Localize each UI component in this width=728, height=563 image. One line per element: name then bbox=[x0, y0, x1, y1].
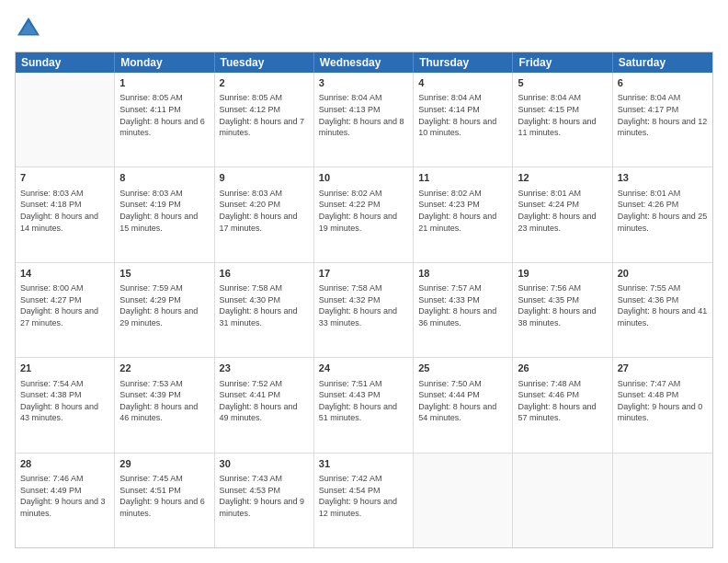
day-number: 23 bbox=[220, 362, 309, 375]
calendar-cell: 22Sunrise: 7:53 AM Sunset: 4:39 PM Dayli… bbox=[115, 358, 214, 452]
calendar-cell: 25Sunrise: 7:50 AM Sunset: 4:44 PM Dayli… bbox=[414, 358, 513, 452]
day-info: Sunrise: 8:02 AM Sunset: 4:23 PM Dayligh… bbox=[418, 188, 507, 234]
calendar-cell: 30Sunrise: 7:43 AM Sunset: 4:53 PM Dayli… bbox=[215, 454, 314, 547]
day-number: 25 bbox=[418, 362, 507, 375]
day-number: 16 bbox=[220, 267, 309, 281]
calendar-cell: 24Sunrise: 7:51 AM Sunset: 4:43 PM Dayli… bbox=[314, 358, 414, 452]
calendar-cell bbox=[16, 73, 115, 167]
calendar-cell: 10Sunrise: 8:02 AM Sunset: 4:22 PM Dayli… bbox=[314, 167, 414, 261]
weekday-header-tuesday: Tuesday bbox=[215, 52, 314, 73]
day-number: 12 bbox=[518, 171, 607, 185]
day-info: Sunrise: 8:03 AM Sunset: 4:18 PM Dayligh… bbox=[20, 188, 109, 234]
day-info: Sunrise: 8:04 AM Sunset: 4:15 PM Dayligh… bbox=[518, 92, 607, 138]
calendar-cell bbox=[414, 454, 513, 547]
logo-icon bbox=[15, 15, 42, 42]
weekday-header-wednesday: Wednesday bbox=[314, 52, 414, 73]
day-info: Sunrise: 8:04 AM Sunset: 4:17 PM Dayligh… bbox=[618, 92, 708, 138]
calendar-cell: 15Sunrise: 7:59 AM Sunset: 4:29 PM Dayli… bbox=[115, 263, 214, 357]
calendar-row-2: 14Sunrise: 8:00 AM Sunset: 4:27 PM Dayli… bbox=[16, 263, 712, 358]
calendar-cell: 16Sunrise: 7:58 AM Sunset: 4:30 PM Dayli… bbox=[215, 263, 314, 357]
day-number: 27 bbox=[618, 362, 708, 375]
calendar-cell: 26Sunrise: 7:48 AM Sunset: 4:46 PM Dayli… bbox=[513, 358, 612, 452]
calendar-cell: 18Sunrise: 7:57 AM Sunset: 4:33 PM Dayli… bbox=[414, 263, 513, 357]
day-info: Sunrise: 7:47 AM Sunset: 4:48 PM Dayligh… bbox=[618, 378, 708, 424]
day-number: 13 bbox=[618, 171, 708, 185]
weekday-header-monday: Monday bbox=[115, 52, 214, 73]
day-info: Sunrise: 8:01 AM Sunset: 4:26 PM Dayligh… bbox=[618, 188, 708, 234]
day-info: Sunrise: 7:46 AM Sunset: 4:49 PM Dayligh… bbox=[20, 473, 109, 519]
day-info: Sunrise: 7:50 AM Sunset: 4:44 PM Dayligh… bbox=[418, 378, 507, 424]
day-number: 1 bbox=[119, 76, 209, 90]
day-info: Sunrise: 8:03 AM Sunset: 4:20 PM Dayligh… bbox=[220, 188, 309, 234]
day-number: 17 bbox=[319, 267, 408, 281]
day-number: 22 bbox=[119, 362, 209, 375]
calendar-cell bbox=[513, 454, 612, 547]
day-info: Sunrise: 7:58 AM Sunset: 4:32 PM Dayligh… bbox=[319, 282, 408, 328]
day-info: Sunrise: 8:04 AM Sunset: 4:14 PM Dayligh… bbox=[418, 92, 507, 138]
day-number: 8 bbox=[119, 171, 209, 185]
day-info: Sunrise: 8:05 AM Sunset: 4:11 PM Dayligh… bbox=[119, 92, 209, 138]
calendar-cell: 21Sunrise: 7:54 AM Sunset: 4:38 PM Dayli… bbox=[16, 358, 115, 452]
calendar-cell: 31Sunrise: 7:42 AM Sunset: 4:54 PM Dayli… bbox=[314, 454, 414, 547]
day-number: 28 bbox=[20, 457, 109, 471]
day-info: Sunrise: 8:00 AM Sunset: 4:27 PM Dayligh… bbox=[20, 282, 109, 328]
calendar-cell: 12Sunrise: 8:01 AM Sunset: 4:24 PM Dayli… bbox=[513, 167, 612, 261]
calendar-cell: 8Sunrise: 8:03 AM Sunset: 4:19 PM Daylig… bbox=[115, 167, 214, 261]
day-number: 19 bbox=[518, 267, 607, 281]
calendar-cell: 29Sunrise: 7:45 AM Sunset: 4:51 PM Dayli… bbox=[115, 454, 214, 547]
logo bbox=[15, 15, 46, 42]
calendar-row-0: 1Sunrise: 8:05 AM Sunset: 4:11 PM Daylig… bbox=[16, 73, 712, 167]
day-info: Sunrise: 8:05 AM Sunset: 4:12 PM Dayligh… bbox=[220, 92, 309, 138]
calendar-cell: 3Sunrise: 8:04 AM Sunset: 4:13 PM Daylig… bbox=[314, 73, 414, 167]
calendar-row-1: 7Sunrise: 8:03 AM Sunset: 4:18 PM Daylig… bbox=[16, 167, 712, 262]
calendar-cell: 1Sunrise: 8:05 AM Sunset: 4:11 PM Daylig… bbox=[115, 73, 214, 167]
page: SundayMondayTuesdayWednesdayThursdayFrid… bbox=[0, 0, 728, 563]
day-info: Sunrise: 7:57 AM Sunset: 4:33 PM Dayligh… bbox=[418, 282, 507, 328]
day-number: 24 bbox=[319, 362, 408, 375]
calendar-cell: 28Sunrise: 7:46 AM Sunset: 4:49 PM Dayli… bbox=[16, 454, 115, 547]
day-number: 26 bbox=[518, 362, 607, 375]
weekday-header-sunday: Sunday bbox=[16, 52, 115, 73]
calendar-cell: 2Sunrise: 8:05 AM Sunset: 4:12 PM Daylig… bbox=[215, 73, 314, 167]
calendar-cell: 7Sunrise: 8:03 AM Sunset: 4:18 PM Daylig… bbox=[16, 167, 115, 261]
day-number: 31 bbox=[319, 457, 408, 471]
calendar-cell: 9Sunrise: 8:03 AM Sunset: 4:20 PM Daylig… bbox=[215, 167, 314, 261]
day-info: Sunrise: 8:04 AM Sunset: 4:13 PM Dayligh… bbox=[319, 92, 408, 138]
calendar-cell: 4Sunrise: 8:04 AM Sunset: 4:14 PM Daylig… bbox=[414, 73, 513, 167]
calendar-cell: 13Sunrise: 8:01 AM Sunset: 4:26 PM Dayli… bbox=[613, 167, 712, 261]
calendar-cell: 5Sunrise: 8:04 AM Sunset: 4:15 PM Daylig… bbox=[513, 73, 612, 167]
day-number: 14 bbox=[20, 267, 109, 281]
day-info: Sunrise: 7:43 AM Sunset: 4:53 PM Dayligh… bbox=[220, 473, 309, 519]
day-info: Sunrise: 7:55 AM Sunset: 4:36 PM Dayligh… bbox=[618, 282, 708, 328]
calendar-cell: 23Sunrise: 7:52 AM Sunset: 4:41 PM Dayli… bbox=[215, 358, 314, 452]
day-info: Sunrise: 7:42 AM Sunset: 4:54 PM Dayligh… bbox=[319, 473, 408, 519]
day-number: 29 bbox=[119, 457, 209, 471]
day-number: 7 bbox=[20, 171, 109, 185]
day-number: 6 bbox=[618, 76, 708, 90]
day-info: Sunrise: 7:56 AM Sunset: 4:35 PM Dayligh… bbox=[518, 282, 607, 328]
day-number: 3 bbox=[319, 76, 408, 90]
day-info: Sunrise: 7:45 AM Sunset: 4:51 PM Dayligh… bbox=[119, 473, 209, 519]
day-number: 30 bbox=[220, 457, 309, 471]
day-number: 18 bbox=[418, 267, 507, 281]
day-number: 4 bbox=[418, 76, 507, 90]
calendar-cell: 27Sunrise: 7:47 AM Sunset: 4:48 PM Dayli… bbox=[613, 358, 712, 452]
calendar-cell: 6Sunrise: 8:04 AM Sunset: 4:17 PM Daylig… bbox=[613, 73, 712, 167]
day-info: Sunrise: 7:52 AM Sunset: 4:41 PM Dayligh… bbox=[220, 378, 309, 424]
calendar: SundayMondayTuesdayWednesdayThursdayFrid… bbox=[15, 52, 713, 548]
day-number: 21 bbox=[20, 362, 109, 375]
day-number: 9 bbox=[220, 171, 309, 185]
header bbox=[15, 15, 713, 42]
calendar-row-3: 21Sunrise: 7:54 AM Sunset: 4:38 PM Dayli… bbox=[16, 358, 712, 453]
day-number: 10 bbox=[319, 171, 408, 185]
day-info: Sunrise: 7:54 AM Sunset: 4:38 PM Dayligh… bbox=[20, 378, 109, 424]
calendar-header: SundayMondayTuesdayWednesdayThursdayFrid… bbox=[16, 52, 712, 73]
calendar-cell: 14Sunrise: 8:00 AM Sunset: 4:27 PM Dayli… bbox=[16, 263, 115, 357]
day-number: 20 bbox=[618, 267, 708, 281]
calendar-cell: 19Sunrise: 7:56 AM Sunset: 4:35 PM Dayli… bbox=[513, 263, 612, 357]
weekday-header-thursday: Thursday bbox=[414, 52, 513, 73]
day-info: Sunrise: 7:53 AM Sunset: 4:39 PM Dayligh… bbox=[119, 378, 209, 424]
calendar-cell bbox=[613, 454, 712, 547]
weekday-header-saturday: Saturday bbox=[613, 52, 712, 73]
day-info: Sunrise: 7:58 AM Sunset: 4:30 PM Dayligh… bbox=[220, 282, 309, 328]
